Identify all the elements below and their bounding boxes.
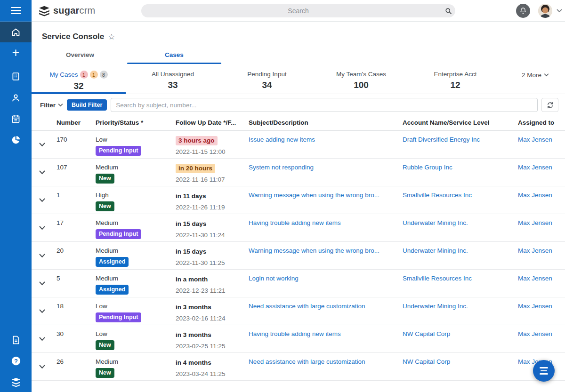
followup-date: 2023-02-16 11:24 [176,315,236,322]
assigned-to-link[interactable]: Max Jensen [518,303,552,310]
casetab-all-unassigned[interactable]: All Unassigned 33 [126,66,220,94]
account-name-link[interactable]: Smallville Resources Inc [403,192,472,199]
sidebar-menu-button[interactable] [0,0,32,22]
chevron-down-icon [39,365,45,369]
account-name-link[interactable]: Rubble Group Inc [403,164,452,171]
favorite-star-icon[interactable]: ☆ [108,33,115,41]
case-subject-link[interactable]: Need assistance with large customization [249,303,365,310]
casetab-label: All Unassigned [152,71,194,78]
col-subject[interactable]: Subject/Description [240,116,394,130]
casetab-label: My Team's Cases [336,71,386,78]
row-expand-button[interactable] [37,223,47,233]
row-expand-button[interactable] [37,361,47,372]
tab-overview[interactable]: Overview [33,45,127,64]
assigned-to-link[interactable]: Max Jensen [518,136,552,143]
calendar-icon [11,114,21,124]
casetab-label: My Cases [49,71,78,78]
home-icon [11,27,21,37]
account-name-link[interactable]: Underwater Mining Inc. [403,303,468,310]
casetab-my-cases[interactable]: My Cases 1 1 8 32 [32,66,126,94]
build-filter-button[interactable]: Build Filter [67,99,107,111]
case-priority: Medium [96,219,163,226]
status-badge: New [96,368,114,378]
casetab-count: 33 [126,80,220,90]
status-badge: New [96,201,114,211]
chevron-down-icon [39,337,45,341]
row-expand-button[interactable] [37,250,47,261]
case-priority: Medium [96,358,163,365]
row-expand-button[interactable] [37,195,47,206]
sugarcrm-logo[interactable]: sugarcrm [38,5,95,17]
avatar-chevron-icon[interactable] [557,9,562,13]
sidebar-item-calendar[interactable] [0,108,32,129]
pie-chart-icon [11,135,21,145]
account-name-link[interactable]: Underwater Mining Inc. [403,247,468,254]
assigned-to-link[interactable]: Max Jensen [518,219,552,226]
followup-relative: in 20 hours [176,164,215,173]
user-avatar[interactable] [538,4,552,18]
account-name-link[interactable]: Underwater Mining Inc. [403,219,468,226]
sidebar-item-create[interactable]: + [0,42,32,63]
followup-date: 2023-02-25 11:25 [176,343,236,350]
account-name-link[interactable]: NW Capital Corp [403,330,450,337]
chevron-down-icon [39,254,45,258]
sidebar-item-help[interactable]: ? [0,351,32,371]
filter-dropdown[interactable]: Filter [40,102,63,109]
case-search-input[interactable] [111,98,538,112]
row-expand-button[interactable] [37,334,47,344]
case-subject-link[interactable]: Warning message when using the wrong bro… [249,192,379,199]
case-subject-link[interactable]: Having trouble adding new items [249,219,341,226]
tab-cases[interactable]: Cases [127,45,221,64]
sidebar-item-documentation[interactable] [0,329,32,350]
badge-other: 8 [100,71,108,79]
global-search-input[interactable] [141,4,455,17]
col-assigned-to[interactable]: Assigned to [513,116,565,130]
followup-date: 2022-11-26 11:19 [176,204,236,211]
table-row: 30 Low New in 3 months 2023-02-25 11:25 … [32,325,565,353]
svg-text:?: ? [14,358,18,365]
case-subject-link[interactable]: Warning message when using the wrong bro… [249,247,379,254]
quick-actions-fab[interactable] [533,360,555,382]
sidebar-item-reports[interactable] [0,129,32,150]
followup-relative: in 4 months [176,358,211,368]
col-number[interactable]: Number [53,116,87,130]
account-name-link[interactable]: NW Capital Corp [403,358,450,365]
search-icon [445,8,452,15]
casetab-enterprise-acct[interactable]: Enterprise Acct 12 [408,66,502,94]
assigned-to-link[interactable]: Max Jensen [518,275,552,282]
casetab-count: 32 [32,81,126,91]
account-name-link[interactable]: Smallville Resources Inc [403,275,472,282]
assigned-to-link[interactable]: Max Jensen [518,330,552,337]
row-expand-button[interactable] [37,139,47,150]
case-subject-link[interactable]: Having trouble adding new items [249,330,341,337]
row-expand-button[interactable] [37,306,47,317]
case-priority: High [96,192,163,199]
col-account[interactable]: Account Name/Service Level [394,116,513,130]
sidebar-item-home[interactable] [0,22,32,42]
sidebar-item-accounts[interactable] [0,66,32,87]
assigned-to-link[interactable]: Max Jensen [518,247,552,254]
filter-row: Filter Build Filter [32,94,565,116]
refresh-button[interactable] [541,98,558,112]
casetab-label: Enterprise Acct [434,71,477,78]
col-priority-status[interactable]: Priority/Status * [87,116,167,130]
casetab-pending-input[interactable]: Pending Input 34 [220,66,314,94]
case-subject-link[interactable]: Issue adding new items [249,136,315,143]
sidebar-item-contacts[interactable] [0,87,32,108]
sidebar-item-sugar[interactable] [0,372,32,392]
case-subject-link[interactable]: Need assistance with large customization [249,358,365,365]
row-expand-button[interactable] [37,278,47,289]
col-followup-date[interactable]: Follow Up Date */F... [167,116,240,130]
notifications-button[interactable] [516,4,530,18]
followup-relative: in 3 months [176,303,211,312]
case-subject-link[interactable]: System not responding [249,164,314,171]
more-tabs-dropdown[interactable]: 2 More [507,72,564,79]
main-content: Service Console ☆ Overview Cases My Case… [32,22,565,392]
assigned-to-link[interactable]: Max Jensen [518,192,552,199]
document-icon [11,335,21,345]
assigned-to-link[interactable]: Max Jensen [518,164,552,171]
account-name-link[interactable]: Draft Diversified Energy Inc [403,136,480,143]
row-expand-button[interactable] [37,167,47,178]
casetab-my-teams-cases[interactable]: My Team's Cases 100 [314,66,408,94]
case-subject-link[interactable]: Login not working [249,275,299,282]
